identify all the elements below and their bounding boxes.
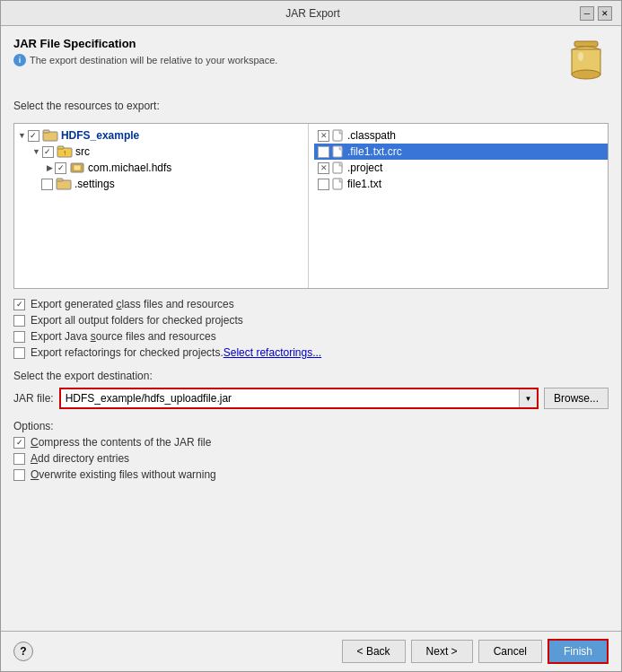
dialog-content: JAR File Specification i The export dest… <box>1 26 621 631</box>
tree-label-hdfs: HDFS_example <box>61 129 139 142</box>
cb-add-dir[interactable] <box>13 453 25 465</box>
checkbox-classpath[interactable]: ✕ <box>318 130 329 142</box>
right-label-file1crc: .file1.txt.crc <box>347 145 402 158</box>
tree-section: ▼ ✓ HDFS_example ▼ ✓ <box>13 123 609 289</box>
minimize-button[interactable]: ─ <box>580 6 594 21</box>
right-item-classpath[interactable]: ✕ .classpath <box>314 127 608 144</box>
compress-row[interactable]: ✓ Compress the contents of the JAR file <box>13 436 609 449</box>
options-label: Options: <box>13 420 609 432</box>
browse-button[interactable]: Browse... <box>544 388 609 409</box>
tree-item-settings[interactable]: .settings <box>14 176 308 192</box>
cb-refactorings-label: Export refactorings for checked projects… <box>31 346 321 359</box>
checkbox-settings[interactable] <box>41 179 53 190</box>
title-bar-controls: ─ ✕ <box>580 6 612 21</box>
checkbox-com[interactable]: ✓ <box>55 162 66 174</box>
back-button[interactable]: < Back <box>342 640 406 663</box>
cb-out-folders[interactable] <box>13 315 25 327</box>
export-options: ✓ Export generated class files and resou… <box>13 298 609 359</box>
cb-add-dir-label: Add directory entries <box>31 452 129 465</box>
cb-source-label: Export Java source files and resources <box>31 330 216 343</box>
tree-item-src[interactable]: ▼ ✓ ↑ src <box>14 144 308 160</box>
export-out-folders-row[interactable]: Export all output folders for checked pr… <box>13 314 609 327</box>
finish-button[interactable]: Finish <box>548 639 609 664</box>
checkbox-src[interactable]: ✓ <box>42 146 54 158</box>
resources-section-label: Select the resources to export: <box>13 100 609 112</box>
src-folder-icon: ↑ <box>57 145 73 158</box>
close-button[interactable]: ✕ <box>598 6 612 21</box>
svg-rect-0 <box>574 41 598 47</box>
cb-out-folders-label: Export all output folders for checked pr… <box>31 314 243 327</box>
cancel-button[interactable]: Cancel <box>478 640 542 663</box>
footer-right: < Back Next > Cancel Finish <box>342 639 609 664</box>
file1txt-icon <box>332 178 345 190</box>
right-label-file1txt: file1.txt <box>347 178 381 190</box>
select-refactorings-link[interactable]: Select refactorings... <box>223 346 321 359</box>
next-button[interactable]: Next > <box>411 640 473 663</box>
jar-export-dialog: JAR Export ─ ✕ JAR File Specification i … <box>0 0 622 672</box>
cb-overwrite[interactable] <box>13 469 25 481</box>
settings-folder-icon <box>56 178 72 190</box>
tree-label-settings: .settings <box>74 178 115 190</box>
jar-file-row: JAR file: ▼ Browse... <box>13 388 609 409</box>
cb-gen-class[interactable]: ✓ <box>13 299 25 310</box>
tree-item-com[interactable]: ▶ ✓ com.michael.hdfs <box>14 160 308 176</box>
export-gen-class-row[interactable]: ✓ Export generated class files and resou… <box>13 298 609 310</box>
expand-arrow-src: ▼ <box>32 147 40 156</box>
package-icon <box>69 161 85 174</box>
right-label-project: .project <box>347 161 382 174</box>
jar-dropdown-button[interactable]: ▼ <box>519 389 537 407</box>
export-source-row[interactable]: Export Java source files and resources <box>13 330 609 343</box>
cb-compress-label: Compress the contents of the JAR file <box>31 436 211 449</box>
dest-label: Select the export destination: <box>13 370 609 382</box>
svg-rect-11 <box>74 165 81 170</box>
right-item-file1crc[interactable]: .file1.txt.crc <box>314 144 608 160</box>
cb-refactorings[interactable] <box>13 347 25 359</box>
dialog-footer: ? < Back Next > Cancel Finish <box>1 631 621 671</box>
expand-arrow-hdfs: ▼ <box>18 131 26 140</box>
checkbox-file1crc[interactable] <box>318 146 329 158</box>
help-button[interactable]: ? <box>13 641 33 661</box>
svg-point-3 <box>572 70 600 79</box>
right-tree[interactable]: ✕ .classpath .file1.txt. <box>314 124 608 288</box>
export-refactorings-row[interactable]: Export refactorings for checked projects… <box>13 346 609 359</box>
right-label-classpath: .classpath <box>347 129 396 142</box>
svg-rect-6 <box>43 130 49 133</box>
tree-label-src: src <box>75 145 90 158</box>
cb-source[interactable] <box>13 331 25 343</box>
right-item-project[interactable]: ✕ .project <box>314 160 608 176</box>
classpath-file-icon <box>332 129 345 142</box>
svg-text:↑: ↑ <box>63 149 66 157</box>
left-tree[interactable]: ▼ ✓ HDFS_example ▼ ✓ <box>14 124 309 288</box>
jar-logo <box>564 37 609 89</box>
file1crc-icon <box>332 145 345 158</box>
expand-arrow-com: ▶ <box>47 163 53 172</box>
overwrite-row[interactable]: Overwrite existing files without warning <box>13 468 609 481</box>
options-checkboxes: ✓ Compress the contents of the JAR file … <box>13 436 609 481</box>
header-description: i The export destination will be relativ… <box>13 54 277 66</box>
jar-input-wrapper: ▼ <box>59 388 539 409</box>
jar-file-input[interactable] <box>61 389 519 407</box>
header-section: JAR File Specification i The export dest… <box>13 37 609 89</box>
header-left: JAR File Specification i The export dest… <box>13 37 277 66</box>
checkbox-project[interactable]: ✕ <box>318 162 329 174</box>
jar-icon-svg <box>564 37 609 86</box>
svg-rect-13 <box>57 179 63 181</box>
cb-compress[interactable]: ✓ <box>13 437 25 449</box>
info-icon: i <box>13 54 26 66</box>
footer-left: ? <box>13 641 33 661</box>
project-file-icon <box>332 161 345 174</box>
jar-file-label: JAR file: <box>13 392 54 405</box>
dialog-title: JAR Export <box>46 7 580 20</box>
checkbox-file1txt[interactable] <box>318 179 329 190</box>
tree-label-com: com.michael.hdfs <box>88 161 171 174</box>
svg-point-4 <box>578 52 583 61</box>
checkbox-hdfs[interactable]: ✓ <box>28 130 39 142</box>
add-dir-row[interactable]: Add directory entries <box>13 452 609 465</box>
title-bar: JAR Export ─ ✕ <box>1 1 621 26</box>
right-item-file1txt[interactable]: file1.txt <box>314 176 608 192</box>
project-icon <box>42 129 58 142</box>
cb-overwrite-label: Overwrite existing files without warning <box>31 468 216 481</box>
dest-section: Select the export destination: JAR file:… <box>13 370 609 409</box>
options-section: Options: ✓ Compress the contents of the … <box>13 420 609 481</box>
tree-item-hdfs[interactable]: ▼ ✓ HDFS_example <box>14 127 308 144</box>
